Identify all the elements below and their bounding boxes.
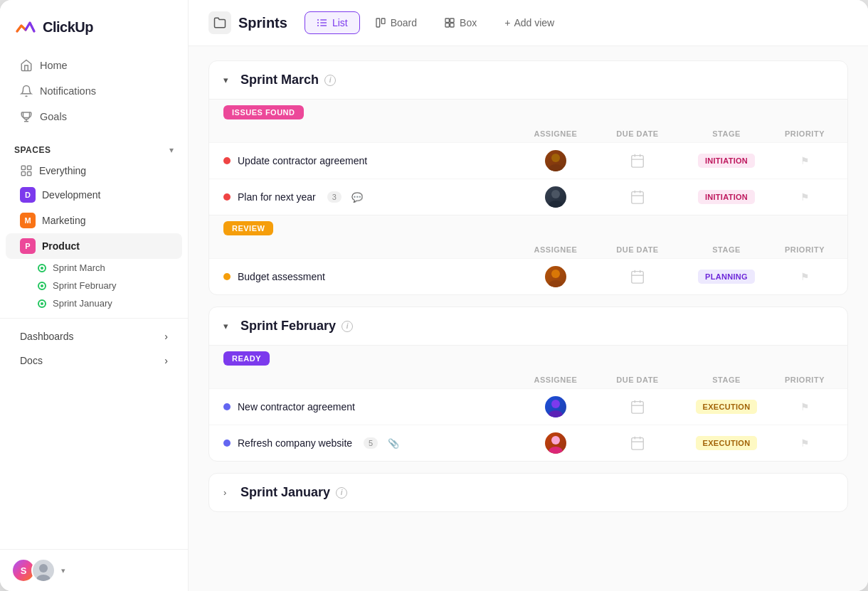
app-container: ClickUp Home Notifications xyxy=(0,0,868,591)
task-stage: INITIATION xyxy=(677,190,776,204)
task-due-date[interactable] xyxy=(598,153,677,169)
tab-box[interactable]: Box xyxy=(432,11,489,34)
task-priority[interactable]: ⚑ xyxy=(776,401,833,412)
task-priority[interactable]: ⚑ xyxy=(776,271,833,282)
user-avatar-person xyxy=(31,558,55,582)
sprint-february-header[interactable]: ▾ Sprint February i xyxy=(209,307,847,345)
svg-point-42 xyxy=(551,400,560,408)
view-tabs: List Board Box + Add vi xyxy=(305,11,564,34)
calendar-icon xyxy=(630,153,645,169)
task-due-date[interactable] xyxy=(598,269,677,284)
flag-icon: ⚑ xyxy=(800,155,810,166)
task-name-area: Refresh company website 5 📎 xyxy=(223,437,513,449)
group-ready-header: READY xyxy=(209,346,847,371)
task-assignee xyxy=(513,266,598,287)
svg-rect-0 xyxy=(21,166,25,169)
issues-badge: ISSUES FOUND xyxy=(223,105,304,119)
table-row[interactable]: Update contractor agreement xyxy=(209,142,847,179)
assignee1-icon xyxy=(545,150,566,171)
task-priority[interactable]: ⚑ xyxy=(776,437,833,449)
task-priority[interactable]: ⚑ xyxy=(776,155,833,166)
svg-rect-22 xyxy=(445,23,449,27)
svg-rect-23 xyxy=(450,23,454,27)
group-issues-found: ISSUES FOUND ASSIGNEE DUE DATE STAGE PRI… xyxy=(209,99,847,215)
sprint-january-icon xyxy=(37,299,47,309)
add-view-button[interactable]: + Add view xyxy=(494,12,564,33)
flag-icon: ⚑ xyxy=(800,271,810,282)
bell-icon xyxy=(20,85,33,97)
main-header: Sprints List Board xyxy=(189,0,868,46)
sidebar-sprint-january[interactable]: Sprint January xyxy=(6,294,182,312)
sidebar-item-product[interactable]: P Product xyxy=(6,233,182,259)
assignee2-icon xyxy=(545,186,566,208)
svg-point-48 xyxy=(551,436,560,444)
review-badge: REVIEW xyxy=(223,221,273,235)
sprint-february-section: ▾ Sprint February i READY ASSIGNEE DUE D… xyxy=(208,307,848,462)
svg-point-43 xyxy=(549,410,563,417)
person-avatar-icon xyxy=(33,560,54,581)
tab-list[interactable]: List xyxy=(305,11,360,34)
task-stage: PLANNING xyxy=(677,270,776,284)
page-title: Sprints xyxy=(238,15,287,31)
group-issues-header: ISSUES FOUND xyxy=(209,100,847,125)
sprint-january-info-icon: i xyxy=(336,487,347,499)
user-avatars-area[interactable]: S ▾ xyxy=(0,549,188,591)
svg-rect-21 xyxy=(450,18,454,22)
task-assignee xyxy=(513,150,598,171)
sidebar-sprint-march[interactable]: Sprint March xyxy=(6,259,182,277)
sprint-march-section: ▾ Sprint March i ISSUES FOUND ASSIGNEE D… xyxy=(208,60,848,295)
marketing-avatar: M xyxy=(20,213,36,228)
svg-point-31 xyxy=(549,201,563,208)
dashboards-chevron-icon: › xyxy=(164,331,168,342)
svg-point-36 xyxy=(551,270,560,278)
sidebar-bottom-sections: Dashboards › Docs › xyxy=(0,318,188,373)
assignee-avatar xyxy=(545,186,566,208)
task-due-date[interactable] xyxy=(598,399,677,415)
sidebar-item-everything[interactable]: Everything xyxy=(6,159,182,182)
svg-rect-19 xyxy=(381,18,385,23)
svg-rect-18 xyxy=(376,18,380,27)
task-name-area: New contractor agreement xyxy=(223,401,513,412)
svg-point-30 xyxy=(551,190,560,198)
table-row[interactable]: Refresh company website 5 📎 xyxy=(209,425,847,461)
nav-notifications[interactable]: Notifications xyxy=(6,78,182,104)
task-dot-red xyxy=(223,157,231,164)
sidebar-item-development[interactable]: D Development xyxy=(6,182,182,208)
task-stage: EXECUTION xyxy=(677,436,776,450)
box-view-icon xyxy=(444,17,455,28)
comment-icon: 💬 xyxy=(351,192,363,203)
sprint-march-header[interactable]: ▾ Sprint March i xyxy=(209,61,847,99)
sprints-content: ▾ Sprint March i ISSUES FOUND ASSIGNEE D… xyxy=(189,46,868,591)
docs-chevron-icon: › xyxy=(164,355,168,366)
svg-rect-38 xyxy=(632,272,644,284)
svg-point-9 xyxy=(41,302,43,305)
trophy-icon xyxy=(20,110,33,123)
task-due-date[interactable] xyxy=(598,435,677,451)
user-menu-chevron-icon[interactable]: ▾ xyxy=(61,566,65,575)
task-priority[interactable]: ⚑ xyxy=(776,191,833,203)
spaces-header[interactable]: Spaces ▾ xyxy=(0,135,188,159)
svg-rect-32 xyxy=(632,192,644,204)
nav-goals[interactable]: Goals xyxy=(6,104,182,129)
sidebar-item-marketing[interactable]: M Marketing xyxy=(6,208,182,233)
sidebar-dashboards[interactable]: Dashboards › xyxy=(6,324,182,348)
task-dot-yellow xyxy=(223,273,231,280)
sidebar-docs[interactable]: Docs › xyxy=(6,348,182,373)
nav-home[interactable]: Home xyxy=(6,53,182,78)
table-row[interactable]: Budget assessment xyxy=(209,258,847,294)
assignee3-icon xyxy=(545,266,566,287)
task-due-date[interactable] xyxy=(598,189,677,205)
sprint-january-header[interactable]: › Sprint January i xyxy=(209,474,847,511)
sidebar-sprint-february[interactable]: Sprint February xyxy=(6,277,182,294)
calendar-icon xyxy=(630,269,645,284)
task-name-area: Plan for next year 3 💬 xyxy=(223,191,513,203)
svg-point-24 xyxy=(551,154,560,162)
table-row[interactable]: New contractor agreement xyxy=(209,388,847,425)
task-assignee xyxy=(513,396,598,417)
folder-icon-wrap xyxy=(208,11,231,34)
tab-board[interactable]: Board xyxy=(363,11,429,34)
logo-area[interactable]: ClickUp xyxy=(0,0,188,50)
svg-rect-50 xyxy=(632,438,644,450)
task-stage: EXECUTION xyxy=(677,400,776,414)
table-row[interactable]: Plan for next year 3 💬 xyxy=(209,179,847,215)
